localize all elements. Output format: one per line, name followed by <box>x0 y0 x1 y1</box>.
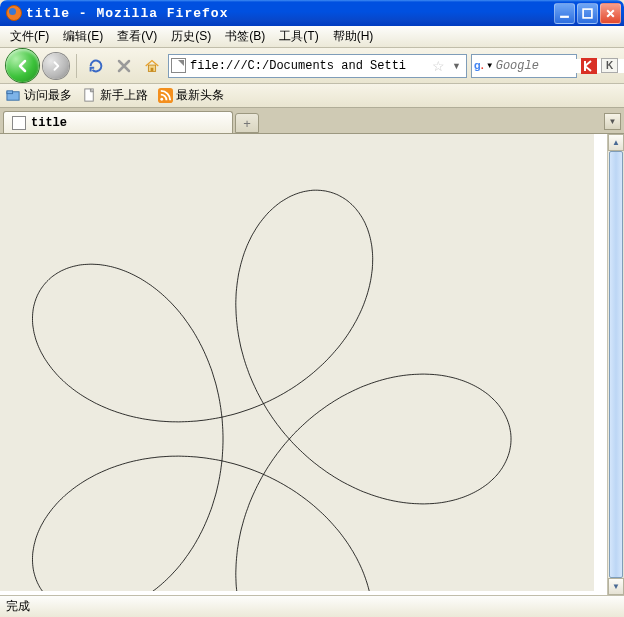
menu-file[interactable]: 文件(F) <box>4 26 55 47</box>
tab-label: title <box>31 116 67 130</box>
nav-toolbar: ☆ ▼ g. ▼ 🔍 K <box>0 48 624 84</box>
svg-rect-8 <box>158 88 173 103</box>
forward-button[interactable] <box>43 53 69 79</box>
google-icon: g. <box>474 59 484 73</box>
bookmark-most-visited[interactable]: 访问最多 <box>6 87 72 104</box>
spirograph-drawing <box>0 134 594 591</box>
bookmark-getting-started[interactable]: 新手上路 <box>82 87 148 104</box>
toolbar-separator <box>76 54 77 78</box>
svg-rect-6 <box>7 91 13 94</box>
page-viewport[interactable] <box>0 134 607 595</box>
address-bar[interactable]: ☆ ▼ <box>168 54 467 78</box>
address-dropdown-icon[interactable]: ▼ <box>449 61 464 71</box>
close-button[interactable] <box>600 3 621 24</box>
rss-icon <box>158 88 173 103</box>
reload-button[interactable] <box>84 54 108 78</box>
maximize-button[interactable] <box>577 3 598 24</box>
scroll-thumb[interactable] <box>609 151 623 578</box>
menu-history[interactable]: 历史(S) <box>165 26 217 47</box>
bookmark-latest-headlines[interactable]: 最新头条 <box>158 87 224 104</box>
svg-rect-1 <box>583 9 592 18</box>
menu-view[interactable]: 查看(V) <box>111 26 163 47</box>
tab-active[interactable]: title <box>3 111 233 133</box>
home-button[interactable] <box>140 54 164 78</box>
bookmark-label: 最新头条 <box>176 87 224 104</box>
page-icon <box>171 58 186 73</box>
canvas <box>0 134 594 591</box>
menu-tools[interactable]: 工具(T) <box>273 26 324 47</box>
folder-icon <box>6 88 21 103</box>
bookmarks-toolbar: 访问最多 新手上路 最新头条 <box>0 84 624 108</box>
addon-k-icon[interactable]: K <box>601 58 618 73</box>
firefox-icon <box>6 5 22 21</box>
window-title: title - Mozilla Firefox <box>26 6 554 21</box>
svg-rect-4 <box>581 58 597 74</box>
back-button[interactable] <box>6 49 39 82</box>
search-engine-dropdown-icon[interactable]: ▼ <box>486 61 494 70</box>
search-box[interactable]: g. ▼ 🔍 <box>471 54 577 78</box>
scroll-up-icon[interactable]: ▲ <box>608 134 624 151</box>
status-bar: 完成 <box>0 595 624 617</box>
bookmark-label: 访问最多 <box>24 87 72 104</box>
scroll-track[interactable] <box>608 151 624 578</box>
kaspersky-icon[interactable] <box>581 58 597 74</box>
tab-list-dropdown-icon[interactable]: ▼ <box>604 113 621 130</box>
stop-button[interactable] <box>112 54 136 78</box>
menu-help[interactable]: 帮助(H) <box>327 26 380 47</box>
svg-rect-0 <box>560 15 569 17</box>
status-text: 完成 <box>6 598 30 615</box>
page-icon <box>12 116 26 130</box>
bookmark-label: 新手上路 <box>100 87 148 104</box>
window-titlebar: title - Mozilla Firefox <box>0 0 624 26</box>
vertical-scrollbar[interactable]: ▲ ▼ <box>607 134 624 595</box>
page-icon <box>82 88 97 103</box>
scroll-down-icon[interactable]: ▼ <box>608 578 624 595</box>
minimize-button[interactable] <box>554 3 575 24</box>
menu-edit[interactable]: 编辑(E) <box>57 26 109 47</box>
tab-bar: title + ▼ <box>0 108 624 134</box>
url-input[interactable] <box>190 59 428 73</box>
new-tab-button[interactable]: + <box>235 113 259 133</box>
bookmark-star-icon[interactable]: ☆ <box>432 58 445 74</box>
menu-bar: 文件(F) 编辑(E) 查看(V) 历史(S) 书签(B) 工具(T) 帮助(H… <box>0 26 624 48</box>
svg-rect-3 <box>151 67 154 71</box>
svg-point-9 <box>160 98 163 101</box>
menu-bookmarks[interactable]: 书签(B) <box>219 26 271 47</box>
content-area: ▲ ▼ <box>0 134 624 595</box>
